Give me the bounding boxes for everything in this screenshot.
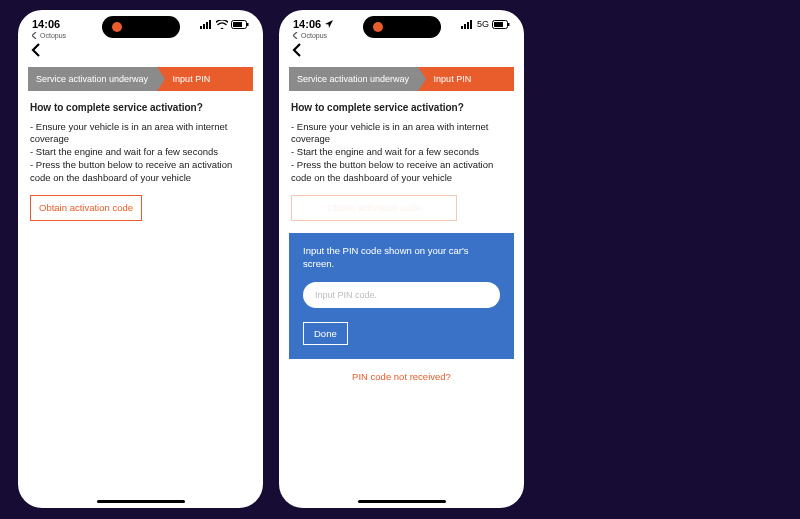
svg-rect-10 [470,20,472,29]
network-label: 5G [477,19,489,29]
status-time: 14:06 [293,18,321,30]
progress-step-2: Input PIN [418,67,514,91]
dynamic-island [102,16,180,38]
phone-screen-1: 14:06 Octopus Service activation underwa… [18,10,263,508]
phone-screen-2: 14:06 5G Octopus Service activation unde… [279,10,524,508]
done-button[interactable]: Done [303,322,348,345]
section-heading: How to complete service activation? [291,101,512,115]
progress-bar: Service activation underway Input PIN [289,67,514,91]
progress-step-1: Service activation underway [28,67,157,91]
svg-rect-7 [461,26,463,29]
svg-rect-3 [209,20,211,29]
instruction-item: - Press the button below to receive an a… [291,159,512,185]
back-icon-small [32,32,37,39]
battery-icon [231,20,249,29]
back-button[interactable] [18,39,263,61]
svg-rect-5 [233,22,242,27]
back-button[interactable] [279,39,524,61]
status-time: 14:06 [32,18,60,30]
svg-rect-6 [247,23,249,26]
instruction-list: - Ensure your vehicle is in an area with… [291,121,512,185]
location-icon [325,20,333,28]
signal-icon [200,20,213,29]
chevron-left-icon [30,43,42,57]
dynamic-island [363,16,441,38]
instruction-item: - Ensure your vehicle is in an area with… [30,121,251,147]
instruction-item: - Start the engine and wait for a few se… [30,146,251,159]
home-indicator[interactable] [97,500,185,503]
progress-step-1: Service activation underway [289,67,418,91]
svg-rect-9 [467,22,469,29]
pin-not-received-link[interactable]: PIN code not received? [279,371,524,382]
svg-rect-13 [508,23,510,26]
pin-prompt: Input the PIN code shown on your car's s… [303,245,500,270]
signal-icon [461,20,474,29]
svg-rect-0 [200,26,202,29]
svg-rect-1 [203,24,205,29]
progress-bar: Service activation underway Input PIN [28,67,253,91]
wifi-icon [216,20,228,29]
instruction-item: - Start the engine and wait for a few se… [291,146,512,159]
chevron-left-icon [291,43,303,57]
battery-icon [492,20,510,29]
progress-step-2: Input PIN [157,67,253,91]
home-indicator[interactable] [358,500,446,503]
pin-input[interactable]: Input PIN code. [303,282,500,308]
pin-entry-card: Input the PIN code shown on your car's s… [289,233,514,359]
obtain-code-button[interactable]: Obtain activation code [30,195,142,222]
svg-rect-12 [494,22,503,27]
back-icon-small [293,32,298,39]
section-heading: How to complete service activation? [30,101,251,115]
svg-rect-8 [464,24,466,29]
instruction-list: - Ensure your vehicle is in an area with… [30,121,251,185]
obtain-code-button-disabled: Obtain activation code [291,195,457,222]
instruction-item: - Press the button below to receive an a… [30,159,251,185]
svg-rect-2 [206,22,208,29]
instruction-item: - Ensure your vehicle is in an area with… [291,121,512,147]
